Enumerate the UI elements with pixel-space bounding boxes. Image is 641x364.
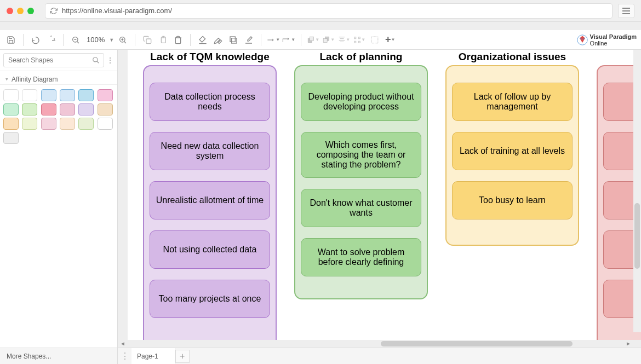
column-title: Lack of planning bbox=[295, 51, 427, 63]
search-options-icon[interactable]: ⋮ bbox=[106, 56, 114, 65]
scrollbar-horizontal[interactable] bbox=[244, 340, 625, 348]
shapes-palette bbox=[0, 85, 117, 148]
add-page-button[interactable]: + bbox=[175, 350, 190, 363]
affinity-card[interactable]: Which comes first, composing the team or… bbox=[301, 132, 421, 178]
search-icon[interactable] bbox=[92, 56, 100, 64]
shape-thumb[interactable] bbox=[78, 89, 94, 101]
send-back-button[interactable]: ▼ bbox=[322, 33, 335, 47]
shape-thumb[interactable] bbox=[98, 89, 113, 101]
shape-thumb[interactable] bbox=[3, 132, 19, 144]
svg-rect-4 bbox=[230, 37, 235, 42]
save-button[interactable] bbox=[4, 33, 18, 47]
zoom-level[interactable]: 100% bbox=[84, 36, 107, 44]
bring-front-button[interactable]: ▼ bbox=[307, 33, 320, 47]
affinity-card[interactable]: Need new data collection system bbox=[150, 132, 270, 170]
affinity-card[interactable]: Too many projects at once bbox=[150, 280, 270, 318]
canvas-area: Lack of TQM knowledgeData collection pro… bbox=[118, 50, 641, 348]
url-input[interactable] bbox=[62, 7, 608, 15]
zoom-out-button[interactable] bbox=[69, 33, 82, 47]
paste-button[interactable] bbox=[156, 33, 169, 47]
shape-thumb[interactable] bbox=[41, 103, 56, 115]
shape-thumb[interactable] bbox=[60, 103, 75, 115]
svg-rect-12 bbox=[354, 41, 356, 43]
scroll-right-icon[interactable]: ► bbox=[626, 340, 631, 346]
svg-point-16 bbox=[93, 57, 98, 62]
svg-rect-7 bbox=[310, 37, 314, 41]
shape-thumb[interactable] bbox=[3, 118, 19, 130]
stroke-button[interactable] bbox=[211, 33, 225, 47]
format-painter-button[interactable] bbox=[242, 33, 255, 47]
minimize-window-icon[interactable] bbox=[17, 8, 24, 14]
affinity-card[interactable]: Developing product without developing pr… bbox=[301, 83, 421, 121]
address-bar[interactable] bbox=[45, 3, 613, 19]
copy-button[interactable] bbox=[141, 33, 154, 47]
column-title: Lack of TQM knowledge bbox=[144, 51, 276, 63]
affinity-card[interactable]: Not using collected data bbox=[150, 230, 270, 269]
svg-rect-9 bbox=[323, 38, 327, 42]
distribute-button[interactable]: ▼ bbox=[353, 33, 366, 47]
affinity-column[interactable]: Lack of planningDeveloping product witho… bbox=[294, 65, 428, 299]
svg-rect-5 bbox=[232, 38, 237, 43]
canvas[interactable]: Lack of TQM knowledgeData collection pro… bbox=[128, 50, 641, 340]
redo-button[interactable] bbox=[44, 33, 58, 47]
brand-logo-icon bbox=[577, 34, 588, 45]
sidebar: ⋮ Affinity Diagram bbox=[0, 50, 118, 348]
svg-rect-14 bbox=[371, 37, 378, 43]
shape-thumb[interactable] bbox=[41, 89, 56, 101]
affinity-card[interactable]: Unrealistic allotment of time bbox=[150, 181, 270, 219]
svg-rect-2 bbox=[146, 39, 151, 44]
align-button[interactable]: ▼ bbox=[337, 33, 351, 47]
affinity-card[interactable]: Lack of follow up by management bbox=[452, 83, 573, 121]
shape-thumb[interactable] bbox=[98, 103, 113, 115]
close-window-icon[interactable] bbox=[7, 8, 13, 14]
affinity-column[interactable]: Lack of TQM knowledgeData collection pro… bbox=[143, 65, 277, 340]
line-button[interactable]: ▼ bbox=[267, 33, 280, 47]
zoom-in-button[interactable] bbox=[116, 33, 129, 47]
shape-thumb[interactable] bbox=[3, 103, 19, 115]
shape-thumb[interactable] bbox=[78, 118, 94, 130]
shape-thumb[interactable] bbox=[22, 89, 37, 101]
shape-thumb[interactable] bbox=[78, 103, 94, 115]
page-tab[interactable]: Page-1 bbox=[131, 348, 175, 364]
shadow-button[interactable] bbox=[227, 33, 240, 47]
svg-rect-13 bbox=[359, 41, 360, 43]
scrollbar-vertical[interactable] bbox=[633, 50, 641, 332]
fill-button[interactable] bbox=[196, 33, 209, 47]
refresh-icon[interactable] bbox=[50, 7, 58, 15]
shape-thumb[interactable] bbox=[98, 118, 113, 130]
affinity-card[interactable]: Want to solve problem before clearly def… bbox=[301, 238, 421, 276]
affinity-card[interactable]: Don't know what customer wants bbox=[301, 189, 421, 227]
search-shapes-input[interactable] bbox=[3, 53, 104, 67]
shape-thumb[interactable] bbox=[41, 118, 56, 130]
tab-grip-icon[interactable]: ⋮ bbox=[118, 351, 131, 361]
add-button[interactable]: +▼ bbox=[384, 33, 397, 47]
maximize-window-icon[interactable] bbox=[27, 8, 34, 14]
column-title: Organizational issues bbox=[447, 51, 578, 63]
select-button[interactable] bbox=[368, 33, 381, 47]
browser-bar bbox=[0, 0, 641, 22]
app-header-spacer bbox=[0, 22, 641, 30]
shape-group-header[interactable]: Affinity Diagram bbox=[0, 71, 117, 85]
shape-thumb[interactable] bbox=[60, 89, 75, 101]
delete-button[interactable] bbox=[171, 33, 185, 47]
undo-button[interactable] bbox=[29, 33, 42, 47]
shape-thumb[interactable] bbox=[60, 118, 75, 130]
scroll-left-icon[interactable]: ◄ bbox=[120, 340, 125, 346]
toolbar: 100% ▼ ▼ ▼ ▼ ▼ ▼ ▼ +▼ Visual ParadigmOnl… bbox=[0, 30, 641, 50]
browser-menu-button[interactable] bbox=[618, 4, 634, 18]
window-controls bbox=[7, 8, 34, 14]
affinity-card[interactable]: Lack of training at all levels bbox=[452, 132, 573, 170]
shape-thumb[interactable] bbox=[22, 118, 37, 130]
svg-rect-11 bbox=[359, 37, 360, 38]
connector-button[interactable]: ▼ bbox=[282, 33, 295, 47]
footer: More Shapes... ⋮ Page-1 + bbox=[0, 348, 641, 364]
shape-thumb[interactable] bbox=[22, 103, 37, 115]
svg-rect-10 bbox=[354, 37, 356, 38]
brand: Visual ParadigmOnline bbox=[577, 33, 637, 47]
shape-thumb[interactable] bbox=[3, 89, 19, 101]
more-shapes-button[interactable]: More Shapes... bbox=[0, 348, 118, 364]
affinity-card[interactable]: Too busy to learn bbox=[452, 181, 573, 219]
affinity-card[interactable]: Data collection process needs bbox=[150, 83, 270, 121]
affinity-column[interactable]: Organizational issuesLack of follow up b… bbox=[445, 65, 579, 246]
